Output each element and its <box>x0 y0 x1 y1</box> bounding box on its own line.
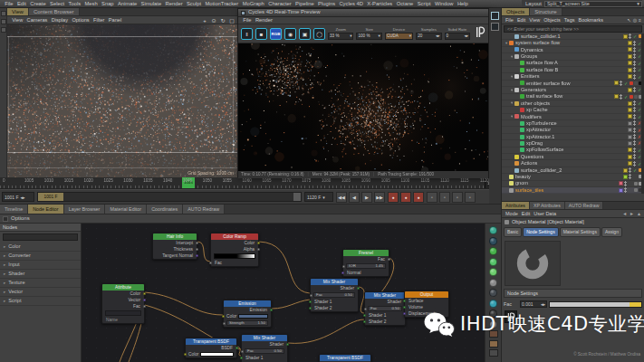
node-mix-shader[interactable]: Mix ShaderShaderFac0.50Shader 1Shader 2 <box>241 334 288 362</box>
port-dot[interactable] <box>310 294 312 297</box>
menu-file[interactable]: File <box>3 1 15 7</box>
scale-key-button[interactable]: ▫ <box>439 192 450 203</box>
layer-color-chip[interactable] <box>628 74 632 79</box>
section-tab-assign[interactable]: Assign <box>601 227 622 237</box>
gradient-ramp[interactable] <box>214 253 255 259</box>
pan-icon[interactable]: + <box>201 17 208 24</box>
layer-color-chip[interactable] <box>628 155 632 159</box>
menu-tools[interactable]: Tools <box>66 1 82 7</box>
lock-icon[interactable]: ▲ <box>637 211 641 216</box>
tab-objects[interactable]: Objects <box>502 8 530 15</box>
menu-mesh[interactable]: Mesh <box>82 1 100 7</box>
viewport-menu-view[interactable]: View <box>10 17 24 24</box>
tag-icon[interactable] <box>634 95 638 99</box>
forward-arrow-icon[interactable]: ► <box>630 211 634 216</box>
zoom-icon[interactable]: ⊙ <box>210 17 217 24</box>
section-tab-material-settings[interactable]: Material Settings <box>560 227 601 237</box>
visibility-dots-icon[interactable] <box>629 174 631 179</box>
end-frame-field[interactable]: 1120 F▾ <box>304 192 333 202</box>
port-dot[interactable] <box>240 357 243 359</box>
layer-color-chip[interactable] <box>628 121 632 126</box>
layer-color-chip[interactable] <box>628 161 632 166</box>
layout-dropdown[interactable]: Split_T_screen Site▾ <box>544 1 642 7</box>
goto-start-button[interactable]: ◀◀ <box>336 192 347 203</box>
node-transparent-bsdf[interactable]: Transparent BSDFBSDFColor <box>185 338 237 358</box>
layer-color-chip[interactable] <box>628 68 632 72</box>
node-transparent-bsdf[interactable]: Transparent BSDFBSDF <box>319 354 371 362</box>
slider-fac[interactable]: Fac0.50 <box>313 292 355 298</box>
material-sphere-icon[interactable] <box>489 300 497 308</box>
node-category-input[interactable]: ▸Input <box>0 261 81 270</box>
layer-color-chip[interactable] <box>628 114 632 119</box>
node-hair-info[interactable]: Hair InfoInterceptThicknessTangent Norma… <box>152 233 197 260</box>
visibility-dots-icon[interactable] <box>633 128 636 133</box>
viewport-canvas[interactable] <box>7 24 237 177</box>
enabled-check-icon[interactable]: ✓ <box>623 94 629 100</box>
material-thumbnail[interactable] <box>489 340 498 348</box>
menu-help[interactable]: Help <box>456 1 470 7</box>
attr-menu-mode[interactable]: Mode <box>504 211 520 217</box>
port-dot[interactable] <box>403 300 406 302</box>
port-dot[interactable] <box>388 258 390 261</box>
menu-motiontracker[interactable]: MotionTracker <box>203 1 240 7</box>
options-label[interactable]: Options <box>11 215 30 222</box>
tab-auto-redraw[interactable]: AUTO Redraw <box>565 202 604 209</box>
node-fresnel[interactable]: FresnelFacIOR1.45Normal <box>342 249 389 277</box>
visibility-dots-icon[interactable] <box>633 53 636 59</box>
node-category-shader[interactable]: ▸Shader <box>0 270 81 279</box>
slider-strength[interactable]: Strength1.50 <box>226 320 268 326</box>
visibility-dots-icon[interactable] <box>633 120 636 126</box>
layer-color-chip[interactable] <box>623 168 628 173</box>
region-button[interactable]: ◯ <box>313 28 325 40</box>
layer-color-chip[interactable] <box>628 108 632 112</box>
port-dot[interactable] <box>143 292 146 295</box>
layer-color-chip[interactable] <box>614 94 619 99</box>
visibility-dots-icon[interactable] <box>620 94 622 100</box>
menu-snap[interactable]: Snap <box>100 1 116 7</box>
port-dot[interactable] <box>143 299 146 301</box>
layer-color-chip[interactable] <box>628 135 632 139</box>
material-sphere-icon[interactable] <box>489 279 497 287</box>
port-dot[interactable] <box>286 343 289 346</box>
menu-select[interactable]: Select <box>48 1 67 7</box>
viewport-3d-view[interactable]: Perspective Grid Spacing: 1000 cm <box>7 24 237 177</box>
menu-character[interactable]: Character <box>266 1 293 7</box>
layer-color-chip[interactable] <box>628 41 632 45</box>
visibility-dots-icon[interactable] <box>629 33 631 39</box>
timeline-ruler[interactable]: 1045 1045 F 1005101010151020102510301035… <box>0 177 501 189</box>
visibility-dots-icon[interactable] <box>633 140 636 146</box>
frame-range-slider[interactable]: 1001 F <box>37 192 302 202</box>
maximize-icon[interactable]: ▢ <box>228 17 235 24</box>
search-input[interactable]: << Enter your search string here >> <box>504 25 642 33</box>
port-dot[interactable] <box>342 265 345 268</box>
visibility-dots-icon[interactable] <box>633 114 636 119</box>
port-dot[interactable] <box>363 320 366 323</box>
node-category-converter[interactable]: ▸Converter <box>0 252 81 261</box>
menu-edit[interactable]: Edit <box>15 1 28 7</box>
tab-attributes[interactable]: Attributes <box>502 202 530 209</box>
tool-icon[interactable] <box>1 19 6 24</box>
pause-button[interactable]: ‖ <box>241 28 253 40</box>
tab-view[interactable]: View <box>7 8 29 15</box>
tab-material-editor[interactable]: Material Editor <box>105 205 147 214</box>
tag-icon[interactable] <box>634 81 638 85</box>
attr-menu-user-data[interactable]: User Data <box>532 211 558 217</box>
tab-coordinates[interactable]: Coordinates <box>147 205 183 214</box>
visibility-dots-icon[interactable] <box>624 187 627 193</box>
port-dot[interactable] <box>364 308 367 310</box>
port-dot[interactable] <box>222 315 225 318</box>
material-sphere-icon[interactable] <box>489 247 497 255</box>
menu-animate[interactable]: Animate <box>116 1 139 7</box>
tab-layer-browser[interactable]: Layer Browser <box>64 205 106 214</box>
filter-menu-icon[interactable]: ≡ <box>639 17 641 23</box>
visibility-dots-icon[interactable] <box>633 87 636 92</box>
visibility-dots-icon[interactable] <box>629 167 631 173</box>
slider-fac[interactable]: Fac0.50 <box>368 306 402 311</box>
visibility-dots-icon[interactable] <box>633 154 636 159</box>
path-icon[interactable]: ◎ <box>633 17 637 23</box>
om-menu-view[interactable]: View <box>527 17 542 24</box>
options-checkbox[interactable] <box>3 216 8 222</box>
color-swatch[interactable] <box>238 314 268 319</box>
visibility-dots-icon[interactable] <box>633 100 636 106</box>
subd-field[interactable]: 0◂▸ <box>445 33 470 40</box>
